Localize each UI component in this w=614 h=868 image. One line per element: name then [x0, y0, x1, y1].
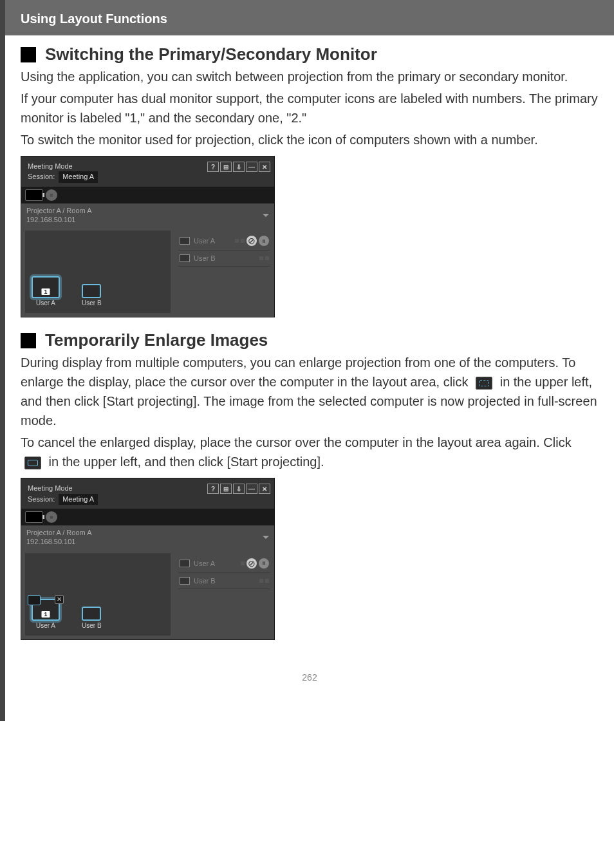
section-1-para-3: To switch the monitor used for projectio…	[21, 130, 599, 149]
session-label: Session:	[28, 172, 55, 182]
computer-user-a[interactable]: 1 User A	[32, 276, 60, 307]
page-number: 262	[21, 672, 599, 683]
status-dot-icon	[241, 561, 245, 565]
app-titlebar: Meeting Mode Session: Meeting A ? ⊞ ⇩ — …	[21, 156, 274, 187]
close-overlay-icon[interactable]: ✕	[55, 595, 64, 604]
user-name: User B	[194, 577, 216, 585]
section-1-title: Switching the Primary/Secondary Monitor	[45, 44, 377, 64]
minimize-icon[interactable]: —	[246, 484, 257, 494]
projector-ip: 192.168.50.101	[26, 537, 92, 546]
session-dropdown[interactable]: Meeting A	[59, 494, 98, 505]
meeting-mode-label: Meeting Mode	[28, 484, 98, 493]
user-monitor-icon	[180, 577, 190, 585]
section-1-para-2: If your computer has dual monitor suppor…	[21, 89, 599, 127]
status-dot-icon	[259, 579, 263, 583]
section-bullet-icon	[21, 333, 36, 348]
layout-area[interactable]: 1 User A User B	[25, 231, 171, 313]
computer-user-b[interactable]: User B	[82, 607, 102, 629]
computer-label: User A	[32, 622, 60, 629]
monitor-badge: 1	[41, 288, 50, 295]
list-tab-icon[interactable]: ≡	[46, 511, 57, 523]
stop-icon[interactable]	[247, 236, 257, 246]
section-1-para-1: Using the application, you can switch be…	[21, 67, 599, 86]
close-icon[interactable]: ✕	[259, 162, 270, 172]
status-dot-icon	[265, 579, 269, 583]
projector-info-bar[interactable]: Projector A / Room A 192.168.50.101	[21, 203, 274, 227]
user-list: User A II User B	[174, 227, 274, 317]
monitor-icon	[82, 284, 101, 298]
para-text: in the upper left, and then click [Start…	[49, 455, 324, 469]
tab-strip: ≡	[21, 509, 274, 525]
user-monitor-icon	[180, 254, 190, 262]
page-header: Using Layout Functions	[5, 0, 614, 35]
minimize-icon[interactable]: —	[246, 162, 257, 172]
user-monitor-icon	[180, 237, 190, 245]
section-2-para-2: To cancel the enlarged display, place th…	[21, 433, 599, 471]
help-icon[interactable]: ?	[207, 162, 219, 172]
chevron-down-icon	[263, 214, 269, 217]
meeting-mode-label: Meeting Mode	[28, 162, 98, 171]
section-2-heading: Temporarily Enlarge Images	[21, 330, 599, 350]
grid-icon[interactable]: ⊞	[220, 484, 232, 494]
shrink-icon	[24, 457, 41, 469]
section-2-para-1: During display from multiple computers, …	[21, 353, 599, 430]
status-dot-icon	[265, 256, 269, 260]
enlarge-icon	[476, 377, 492, 390]
user-row[interactable]: User B	[178, 250, 270, 267]
layout-area[interactable]: ✕ 1 User A User B	[25, 553, 171, 636]
computer-user-a[interactable]: ✕ 1 User A	[32, 599, 60, 629]
status-dot-icon	[241, 239, 245, 243]
projector-ip: 192.168.50.101	[26, 215, 92, 224]
monitor-icon	[82, 607, 101, 621]
app-screenshot-2: Meeting Mode Session: Meeting A ? ⊞ ⇩ — …	[21, 478, 275, 639]
close-icon[interactable]: ✕	[259, 484, 270, 494]
download-icon[interactable]: ⇩	[233, 484, 245, 494]
stop-icon[interactable]	[247, 558, 257, 569]
app-screenshot-1: Meeting Mode Session: Meeting A ? ⊞ ⇩ — …	[21, 156, 275, 317]
monitor-icon-selected: ✕ 1	[32, 599, 60, 621]
monitor-badge: 1	[41, 611, 50, 618]
enlarge-overlay-icon[interactable]	[28, 595, 41, 605]
section-2-title: Temporarily Enlarge Images	[45, 330, 268, 350]
pause-icon[interactable]: II	[259, 558, 269, 569]
session-label: Session:	[28, 495, 55, 504]
download-icon[interactable]: ⇩	[233, 162, 245, 172]
section-bullet-icon	[21, 47, 36, 62]
para-text: To cancel the enlarged display, place th…	[21, 435, 572, 449]
computer-user-b[interactable]: User B	[82, 284, 102, 307]
user-name: User A	[194, 237, 215, 245]
grid-icon[interactable]: ⊞	[220, 162, 232, 172]
header-title: Using Layout Functions	[21, 12, 599, 26]
session-dropdown[interactable]: Meeting A	[59, 171, 98, 182]
user-row[interactable]: User A II	[178, 554, 270, 573]
computer-label: User B	[82, 622, 102, 629]
projector-tab-icon[interactable]	[25, 511, 43, 523]
user-row[interactable]: User B	[178, 573, 270, 589]
user-name: User A	[194, 560, 215, 567]
computer-label: User B	[82, 299, 102, 307]
monitor-icon-selected: 1	[32, 276, 60, 298]
tab-strip: ≡	[21, 187, 274, 203]
user-row[interactable]: User A II	[178, 232, 270, 250]
projector-name: Projector A / Room A	[26, 206, 92, 215]
app-titlebar: Meeting Mode Session: Meeting A ? ⊞ ⇩ — …	[21, 478, 274, 509]
user-list: User A II User B	[174, 549, 274, 639]
user-monitor-icon	[180, 560, 190, 567]
user-name: User B	[194, 254, 216, 262]
chevron-down-icon	[263, 536, 269, 539]
projector-info-bar[interactable]: Projector A / Room A 192.168.50.101	[21, 525, 274, 549]
status-dot-icon	[235, 239, 239, 243]
list-tab-icon[interactable]: ≡	[46, 189, 57, 201]
pause-icon[interactable]: II	[259, 236, 269, 246]
projector-tab-icon[interactable]	[25, 189, 43, 201]
section-1-heading: Switching the Primary/Secondary Monitor	[21, 44, 599, 64]
computer-label: User A	[32, 299, 60, 307]
status-dot-icon	[259, 256, 263, 260]
help-icon[interactable]: ?	[207, 484, 219, 494]
projector-name: Projector A / Room A	[26, 528, 92, 537]
